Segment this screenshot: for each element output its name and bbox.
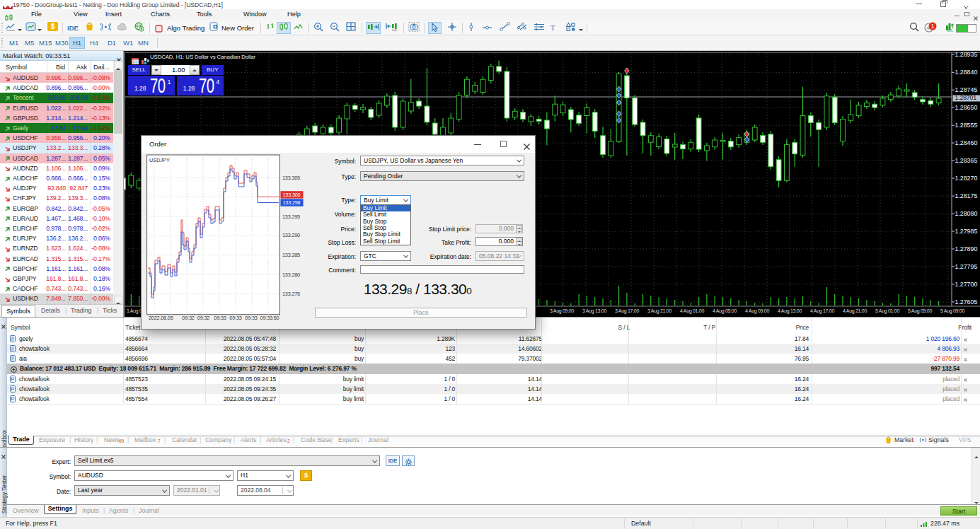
svg-text:1.27605: 1.27605 — [955, 298, 978, 306]
svg-text:1.28745: 1.28745 — [955, 86, 978, 93]
svg-text:5 Aug 05:00: 5 Aug 05:00 — [908, 308, 932, 314]
svg-text:4 Aug 13:00: 4 Aug 13:00 — [778, 308, 802, 314]
svg-text:1.28460: 1.28460 — [955, 139, 978, 146]
svg-text:2022.08.05: 2022.08.05 — [149, 315, 173, 321]
svg-text:09:32: 09:32 — [182, 315, 194, 321]
svg-text:5 Aug 01:00: 5 Aug 01:00 — [875, 308, 899, 314]
svg-text:3 Aug 17:00: 3 Aug 17:00 — [615, 308, 639, 314]
svg-text:4 Aug 17:00: 4 Aug 17:00 — [810, 308, 834, 314]
svg-text:1.28935: 1.28935 — [955, 51, 978, 58]
svg-text:USDJPY: USDJPY — [149, 157, 170, 163]
svg-text:09:33: 09:33 — [229, 315, 241, 321]
svg-text:1.28365: 1.28365 — [955, 157, 978, 164]
svg-text:1.28840: 1.28840 — [955, 69, 978, 76]
svg-text:$: $ — [51, 23, 55, 30]
svg-text:4 Aug 21:00: 4 Aug 21:00 — [843, 308, 867, 314]
svg-text:133.275: 133.275 — [282, 291, 300, 297]
svg-text:3 Aug 09:00: 3 Aug 09:00 — [550, 308, 574, 314]
svg-text:1.28080: 1.28080 — [955, 210, 978, 217]
svg-text:1 Aug 0: 1 Aug 0 — [127, 308, 142, 314]
svg-text:1.28555: 1.28555 — [955, 122, 978, 129]
svg-text:3 Aug 21:00: 3 Aug 21:00 — [647, 308, 671, 314]
svg-text:1.27795: 1.27795 — [955, 263, 978, 270]
svg-text:5 Aug 09:00: 5 Aug 09:00 — [940, 308, 964, 314]
svg-text:09:32: 09:32 — [197, 315, 209, 321]
svg-text:1.28650: 1.28650 — [955, 104, 978, 111]
svg-text:1.28701: 1.28701 — [955, 94, 977, 101]
svg-text:09:33: 09:33 — [214, 315, 226, 321]
svg-text:4 Aug 05:00: 4 Aug 05:00 — [713, 308, 737, 314]
svg-text:4 Aug 01:00: 4 Aug 01:00 — [680, 308, 704, 314]
svg-text:1.27700: 1.27700 — [955, 281, 978, 288]
svg-text:1: 1 — [931, 23, 935, 30]
svg-text:09:33:50: 09:33:50 — [260, 315, 279, 321]
svg-text:4 Aug 09:00: 4 Aug 09:00 — [745, 308, 769, 314]
svg-text:LVL: LVL — [947, 29, 953, 33]
svg-text:1.28270: 1.28270 — [955, 175, 978, 182]
svg-text:09:33: 09:33 — [245, 315, 257, 321]
svg-text:1.27890: 1.27890 — [955, 245, 978, 252]
svg-text:3 Aug 13:00: 3 Aug 13:00 — [582, 308, 606, 314]
svg-text:1.27985: 1.27985 — [955, 228, 978, 235]
svg-text:1.28175: 1.28175 — [955, 192, 978, 199]
